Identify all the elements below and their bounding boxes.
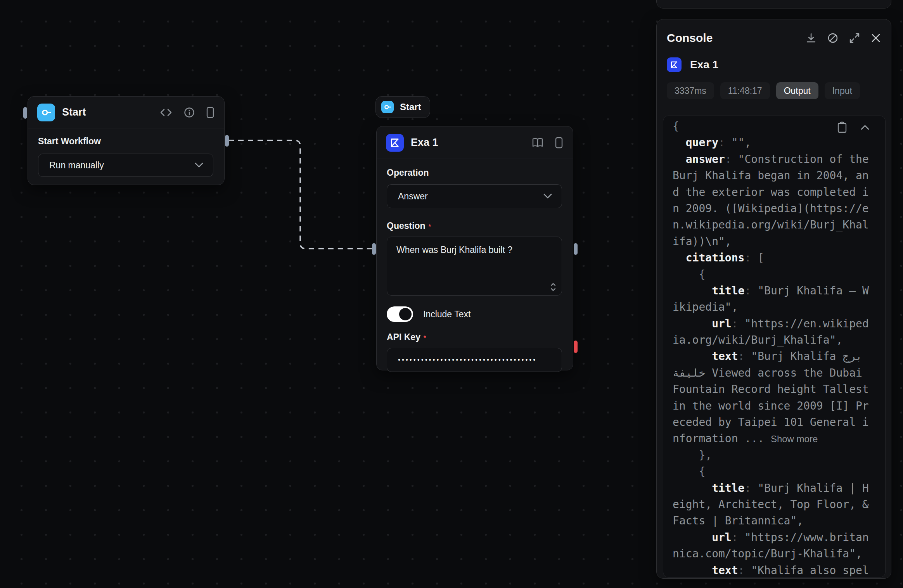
start-icon (40, 107, 52, 118)
exa-start-pill[interactable]: Start (375, 96, 430, 118)
include-text-label: Include Text (423, 309, 471, 320)
copy-clipboard-icon[interactable] (837, 121, 847, 133)
api-key-masked-value: •••••••••••••••••••••••••••••••••••• (398, 356, 537, 364)
code-line: ikipedia", (673, 299, 885, 315)
code-line: title: "Burj Khalifa – W (673, 283, 885, 299)
code-line: in the world since 2009 [I] Pr (673, 398, 885, 414)
code-line: query: "", (673, 135, 885, 151)
code-line: Fountain Record height Tallest (673, 381, 885, 398)
question-value: When was Burj Khalifa built ? (396, 245, 512, 255)
tab-input[interactable]: Input (825, 82, 860, 99)
question-textarea[interactable]: When was Burj Khalifa built ? (387, 237, 562, 296)
docs-book-icon[interactable] (532, 138, 543, 148)
code-line: eceded by Taipei 101 General i (673, 414, 885, 431)
run-mode-value: Run manually (49, 160, 104, 171)
chevron-down-icon (194, 163, 204, 168)
download-icon[interactable] (806, 33, 817, 43)
exa-start-pill-label: Start (400, 102, 421, 112)
code-line: }, (673, 447, 885, 463)
code-line: خليفة Viewed across the Dubai (673, 365, 885, 381)
code-line: title: "Burj Khalifa | H (673, 480, 885, 496)
console-node-title: Exa 1 (690, 59, 718, 71)
start-node-header: Start (28, 97, 224, 128)
console-panel: Console Exa 1 33 (656, 19, 891, 579)
operation-select[interactable]: Answer (387, 184, 562, 208)
info-icon[interactable] (184, 107, 195, 118)
show-more-link[interactable]: Show more (771, 434, 818, 444)
close-icon[interactable] (871, 33, 881, 43)
code-line: { (673, 463, 885, 480)
question-label: Question (387, 221, 426, 231)
code-line: text: "Burj Khalifa برج (673, 348, 885, 365)
code-line: text: "Khalifa also spel (673, 562, 885, 578)
code-line: url: "https://www.britan (673, 529, 885, 546)
exa-logo-icon (389, 137, 401, 149)
code-line: Burj Khalifa began in 2004, an (673, 168, 885, 184)
code-line: ifa))\n", (673, 233, 885, 250)
duration-badge: 3337ms (667, 82, 714, 99)
api-key-input[interactable]: •••••••••••••••••••••••••••••••••••• (387, 348, 562, 372)
device-icon[interactable] (206, 107, 214, 118)
start-workflow-label: Start Workflow (38, 136, 213, 147)
exa-node-input-handle[interactable] (372, 243, 376, 255)
console-output-panel[interactable]: { query: "", answer: "Construction of th… (663, 116, 886, 578)
code-line: { (673, 266, 885, 283)
api-key-label: API Key (387, 332, 420, 342)
exa-logo-icon (669, 60, 679, 69)
start-node-input-handle[interactable] (23, 107, 27, 119)
timestamp-badge: 11:48:17 (720, 82, 770, 99)
start-node[interactable]: Start Start Workflow Run manually (28, 96, 225, 185)
workflow-canvas[interactable]: { "canvas": { "start_node": { "title": "… (0, 0, 903, 588)
node-title: Exa 1 (411, 137, 525, 149)
tab-output[interactable]: Output (776, 82, 818, 99)
code-line: n 2009. ([Wikipedia](https://e (673, 201, 885, 217)
code-line: citations: [ (673, 250, 885, 266)
include-text-toggle[interactable] (387, 306, 413, 322)
device-icon[interactable] (555, 137, 563, 149)
start-icon-small (381, 101, 394, 113)
code-line: n.wikipedia.org/wiki/Burj_Khal (673, 217, 885, 233)
required-marker: * (429, 223, 431, 230)
top-panel-cutoff (656, 0, 891, 9)
exa-node-error-handle[interactable] (574, 341, 578, 353)
run-mode-select[interactable]: Run manually (38, 154, 213, 177)
code-line: nica.com/topic/Burj-Khalifa", (673, 546, 885, 562)
resize-handle-icon[interactable] (550, 283, 556, 291)
code-line: ia.org/wiki/Burj_Khalifa", (673, 332, 885, 348)
code-line: nformation ... Show more (673, 431, 885, 447)
console-title: Console (667, 31, 806, 45)
node-title: Start (62, 106, 153, 118)
exa-node-output-handle[interactable] (574, 243, 578, 255)
code-line: d the exterior was completed i (673, 184, 885, 201)
operation-value: Answer (398, 191, 428, 202)
collapse-chevron-up-icon[interactable] (860, 125, 870, 130)
exa-node[interactable]: Exa 1 Operation Answer Question* When wa… (376, 126, 573, 370)
start-node-output-handle[interactable] (225, 135, 229, 147)
expand-icon[interactable] (849, 33, 860, 43)
operation-label: Operation (387, 168, 562, 178)
required-marker: * (424, 335, 426, 341)
code-line: eight, Architect, Top Floor, & (673, 496, 885, 513)
code-line: answer: "Construction of the (673, 151, 885, 168)
exa-node-icon (386, 134, 404, 152)
console-exa-icon (667, 57, 682, 72)
clear-circle-slash-icon[interactable] (827, 33, 838, 43)
start-node-icon (37, 104, 55, 121)
code-line: Facts | Britannica", (673, 513, 885, 529)
exa-node-header: Exa 1 (377, 126, 573, 159)
console-output-json: { query: "", answer: "Construction of th… (673, 118, 885, 578)
code-line: url: "https://en.wikiped (673, 316, 885, 332)
code-icon[interactable] (160, 107, 172, 118)
chevron-down-icon (543, 194, 552, 199)
